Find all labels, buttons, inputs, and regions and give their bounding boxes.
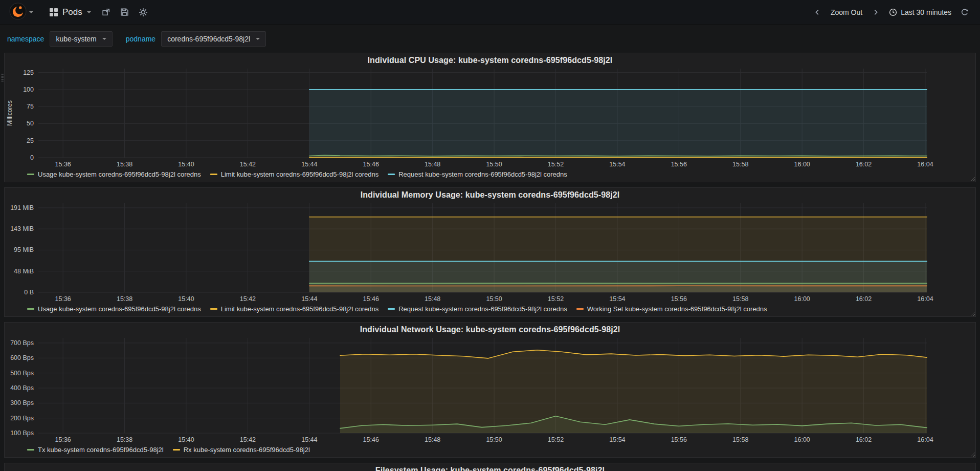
svg-text:700 Bps: 700 Bps — [10, 339, 34, 347]
svg-text:15:50: 15:50 — [486, 295, 502, 303]
variable-namespace-label: namespace — [7, 35, 44, 43]
zoom-out-button[interactable]: Zoom Out — [828, 4, 865, 20]
svg-text:15:38: 15:38 — [117, 295, 132, 303]
svg-text:16:02: 16:02 — [856, 436, 872, 443]
svg-text:15:56: 15:56 — [671, 436, 687, 443]
legend-item[interactable]: Limit kube-system coredns-695f96dcd5-98j… — [210, 305, 379, 313]
legend-item[interactable]: Usage kube-system coredns-695f96dcd5-98j… — [27, 305, 201, 313]
dashboard-title: Pods — [62, 7, 82, 17]
svg-text:100: 100 — [23, 86, 34, 93]
grafana-logo-menu[interactable] — [6, 3, 36, 22]
legend-item[interactable]: Request kube-system coredns-695f96dcd5-9… — [388, 170, 567, 178]
panel-network-usage: Individual Network Usage: kube-system co… — [4, 322, 976, 458]
svg-text:15:40: 15:40 — [178, 436, 194, 443]
dashboard-picker[interactable]: Pods — [43, 7, 97, 17]
cpu-usage-chart[interactable]: 15:3615:3815:4015:4215:4415:4615:4815:50… — [5, 66, 975, 170]
svg-text:15:40: 15:40 — [178, 295, 194, 303]
chevron-down-icon — [256, 38, 260, 40]
svg-text:16:00: 16:00 — [794, 161, 810, 168]
chevron-right-icon — [872, 9, 879, 16]
svg-text:25: 25 — [27, 137, 34, 144]
svg-text:15:56: 15:56 — [671, 295, 687, 303]
svg-text:15:44: 15:44 — [301, 436, 317, 443]
legend-item[interactable]: Usage kube-system coredns-695f96dcd5-98j… — [27, 170, 201, 178]
legend-item[interactable]: Working Set kube-system coredns-695f96dc… — [576, 305, 767, 313]
variable-namespace: namespace kube-system — [7, 31, 113, 47]
time-shift-forward-button[interactable] — [866, 4, 885, 21]
svg-text:75: 75 — [27, 103, 34, 110]
chart-legend: Usage kube-system coredns-695f96dcd5-98j… — [5, 305, 975, 316]
chevron-left-icon — [814, 9, 821, 16]
svg-text:300 Bps: 300 Bps — [10, 399, 34, 406]
share-icon — [102, 8, 110, 16]
svg-text:0: 0 — [30, 154, 34, 161]
legend-series-label: Rx kube-system coredns-695f96dcd5-98j2l — [184, 446, 310, 454]
legend-series-label: Usage kube-system coredns-695f96dcd5-98j… — [38, 170, 201, 178]
variable-namespace-value: kube-system — [56, 35, 96, 43]
legend-item[interactable]: Tx kube-system coredns-695f96dcd5-98j2l — [27, 446, 164, 454]
dashboard-settings-button[interactable] — [134, 4, 152, 21]
legend-series-label: Usage kube-system coredns-695f96dcd5-98j… — [38, 305, 201, 313]
panel-title[interactable]: Individual CPU Usage: kube-system coredn… — [5, 53, 975, 66]
svg-text:15:58: 15:58 — [732, 295, 748, 303]
panel-memory-usage: Individual Memory Usage: kube-system cor… — [4, 187, 976, 317]
legend-series-marker — [388, 308, 395, 310]
legend-series-marker — [27, 308, 34, 310]
zoom-out-label: Zoom Out — [831, 8, 862, 16]
svg-text:15:52: 15:52 — [548, 295, 564, 303]
gear-icon — [139, 8, 148, 17]
svg-text:95 MiB: 95 MiB — [14, 246, 34, 253]
memory-usage-chart[interactable]: 15:3615:3815:4015:4215:4415:4615:4815:50… — [5, 200, 975, 305]
save-icon — [120, 8, 129, 16]
grafana-logo-icon — [9, 3, 27, 22]
chart-legend: Usage kube-system coredns-695f96dcd5-98j… — [5, 170, 975, 182]
svg-text:15:36: 15:36 — [55, 436, 71, 443]
legend-series-label: Working Set kube-system coredns-695f96dc… — [587, 305, 767, 313]
time-range-picker[interactable]: Last 30 minutes — [886, 4, 954, 20]
svg-text:15:58: 15:58 — [732, 161, 748, 168]
svg-text:15:48: 15:48 — [425, 295, 440, 303]
save-dashboard-button[interactable] — [116, 4, 134, 21]
legend-item[interactable]: Limit kube-system coredns-695f96dcd5-98j… — [210, 170, 379, 178]
svg-text:15:40: 15:40 — [178, 161, 194, 168]
svg-text:15:42: 15:42 — [240, 161, 256, 168]
legend-item[interactable]: Rx kube-system coredns-695f96dcd5-98j2l — [173, 446, 310, 454]
dashboard-body: Individual CPU Usage: kube-system coredn… — [0, 53, 980, 471]
svg-text:16:02: 16:02 — [856, 295, 872, 303]
grafana-dashboard-page: { "navbar": { "dashboard_title": "Pods",… — [0, 0, 980, 471]
svg-text:16:00: 16:00 — [794, 295, 810, 303]
legend-series-label: Limit kube-system coredns-695f96dcd5-98j… — [221, 305, 379, 313]
svg-text:15:54: 15:54 — [609, 295, 625, 303]
network-usage-chart[interactable]: 15:3615:3815:4015:4215:4415:4615:4815:50… — [5, 335, 975, 445]
svg-text:15:38: 15:38 — [117, 161, 132, 168]
variable-podname-dropdown[interactable]: coredns-695f96dcd5-98j2l — [161, 31, 266, 47]
navbar-right: Zoom Out Last 30 minutes — [808, 4, 974, 21]
panel-filesystem-usage: Filesystem Usage: kube-system coredns-69… — [4, 463, 976, 471]
chart-canvas: 15:3615:3815:4015:4215:4415:4615:4815:50… — [5, 66, 975, 170]
legend-item[interactable]: Request kube-system coredns-695f96dcd5-9… — [388, 305, 567, 313]
refresh-button[interactable] — [955, 4, 974, 21]
share-button[interactable] — [97, 4, 116, 21]
svg-text:15:52: 15:52 — [548, 161, 564, 168]
panel-title[interactable]: Individual Memory Usage: kube-system cor… — [5, 188, 975, 200]
svg-text:15:48: 15:48 — [425, 436, 440, 443]
variable-namespace-dropdown[interactable]: kube-system — [50, 31, 112, 47]
time-shift-back-button[interactable] — [808, 4, 827, 21]
svg-text:15:44: 15:44 — [301, 161, 317, 168]
svg-text:500 Bps: 500 Bps — [10, 370, 34, 377]
svg-text:16:00: 16:00 — [794, 436, 810, 443]
panel-title[interactable]: Filesystem Usage: kube-system coredns-69… — [5, 463, 975, 471]
svg-text:15:56: 15:56 — [671, 161, 687, 168]
dashboard-picker-caret-icon — [87, 11, 91, 13]
legend-series-label: Limit kube-system coredns-695f96dcd5-98j… — [221, 170, 379, 178]
refresh-icon — [961, 8, 969, 16]
panel-title[interactable]: Individual Network Usage: kube-system co… — [5, 323, 975, 335]
legend-series-label: Request kube-system coredns-695f96dcd5-9… — [398, 305, 567, 313]
svg-text:15:46: 15:46 — [363, 436, 379, 443]
svg-text:48 MiB: 48 MiB — [14, 268, 34, 275]
svg-text:400 Bps: 400 Bps — [10, 384, 34, 392]
legend-series-marker — [27, 174, 34, 175]
template-variables-row: namespace kube-system podname coredns-69… — [0, 25, 980, 53]
svg-text:15:46: 15:46 — [363, 295, 379, 303]
navbar-left: Pods — [6, 3, 152, 22]
